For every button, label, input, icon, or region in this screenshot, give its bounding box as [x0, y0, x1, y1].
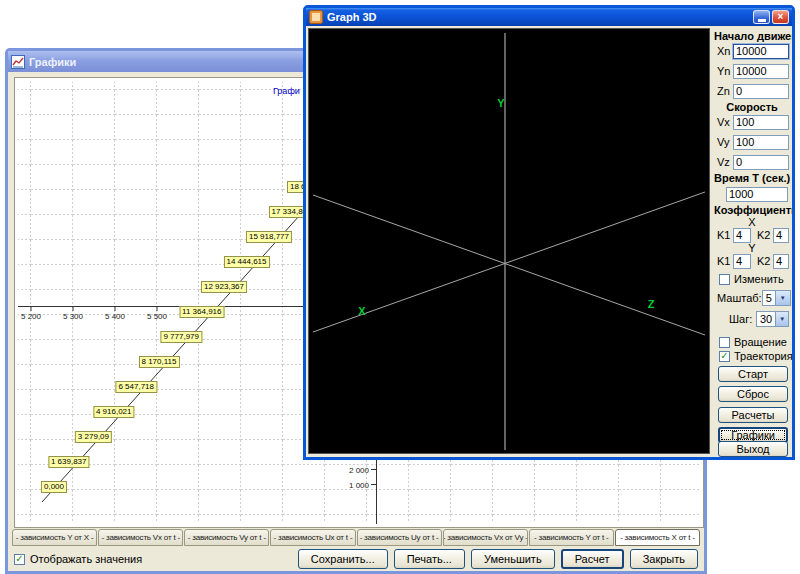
- point-label: 3 279,09: [75, 431, 112, 443]
- plot3d-canvas: Y X Z: [308, 28, 710, 454]
- time-caption: Время Т (сек.): [714, 172, 790, 184]
- coeff-y-k1-field[interactable]: [733, 254, 751, 269]
- vy-row: Vy: [717, 134, 789, 150]
- speed-caption: Скорость: [714, 101, 790, 113]
- vx-row: Vx: [717, 114, 789, 130]
- calculate-button[interactable]: Расчет: [561, 549, 624, 569]
- k1-label: K1: [717, 255, 733, 267]
- change-checkbox-label: Изменить: [734, 273, 784, 285]
- trajectory-checkbox-label: Траектория: [734, 350, 793, 362]
- z-axis-label: Z: [648, 298, 655, 310]
- vx-label: Vx: [717, 116, 733, 128]
- step-row: Шаг: 30 ▼: [717, 311, 789, 327]
- calculations-button[interactable]: Расчеты: [718, 407, 788, 423]
- k1-label: K1: [717, 229, 733, 241]
- chart-tab-6[interactable]: - зависимость Vx от Vy -: [443, 529, 528, 546]
- xn-row: Xn: [717, 43, 789, 59]
- graph3d-window-body: Y X Z Начало движения Xn Yn Zn: [306, 26, 792, 457]
- print-button[interactable]: Печать...: [394, 549, 465, 569]
- step-value: 30: [757, 313, 775, 325]
- zn-field[interactable]: [733, 84, 789, 99]
- vz-field[interactable]: [733, 155, 789, 170]
- coeff-x-row: K1 K2: [717, 227, 789, 243]
- point-label: 11 364,916: [179, 306, 224, 318]
- vy-field[interactable]: [733, 135, 789, 150]
- step-label: Шаг:: [729, 313, 752, 325]
- graph3d-side-panel: Начало движения Xn Yn Zn Скорость Vx: [714, 26, 792, 457]
- desktop: Графики 5 200 5 300 5 400: [0, 0, 800, 574]
- chart-tab-1[interactable]: - зависимость Y от X -: [12, 529, 97, 546]
- graphs-window-icon: [11, 55, 25, 69]
- trajectory-checkbox[interactable]: ✓ Траектория: [719, 350, 793, 362]
- vx-field[interactable]: [733, 115, 789, 130]
- point-label: 6 547,718: [115, 381, 157, 393]
- show-values-checkbox-label: Отображать значения: [30, 553, 142, 565]
- time-field[interactable]: [726, 187, 788, 202]
- point-label: 8 170,115: [139, 356, 180, 368]
- chart-tab-2[interactable]: - зависимость Vx от t -: [98, 529, 183, 546]
- xn-field[interactable]: [733, 44, 789, 59]
- rotation-checkbox[interactable]: ✓ Вращение: [719, 336, 787, 348]
- minimize-button[interactable]: [753, 10, 770, 24]
- point-label: 4 916,021: [93, 406, 135, 418]
- coeff-x-k2-field[interactable]: [773, 228, 789, 243]
- xn-label: Xn: [717, 45, 733, 57]
- exit-button[interactable]: Выход: [718, 441, 788, 457]
- chart-tab-7[interactable]: - зависимость Y от t -: [529, 529, 614, 546]
- vy-label: Vy: [717, 136, 733, 148]
- yn-field[interactable]: [733, 64, 789, 79]
- plot3d-axes: Y X Z: [309, 29, 709, 453]
- rotation-checkbox-box[interactable]: ✓: [719, 337, 730, 348]
- vz-label: Vz: [717, 156, 733, 168]
- rotation-checkbox-label: Вращение: [734, 336, 787, 348]
- k2-label: K2: [757, 255, 773, 267]
- coeff-y-row: K1 K2: [717, 253, 789, 269]
- point-label: 12 923,367: [201, 281, 247, 293]
- show-values-checkbox[interactable]: ✓ Отображать значения: [14, 553, 142, 565]
- close-button[interactable]: Закрыть: [630, 549, 698, 569]
- chart-tab-bar: - зависимость Y от X -- зависимость Vx о…: [12, 529, 700, 546]
- reset-button[interactable]: Сброс: [718, 386, 788, 402]
- minimize-icon: [758, 19, 766, 22]
- scale-row: Маштаб: 5 ▼: [717, 290, 789, 306]
- close-icon[interactable]: ×: [772, 10, 789, 24]
- chart-tab-3[interactable]: - зависимость Vy от t -: [184, 529, 269, 546]
- point-label: 9 777,979: [160, 331, 202, 343]
- chart-tab-8[interactable]: - зависимость X от t -: [615, 529, 700, 546]
- time-row: [717, 186, 789, 202]
- chevron-down-icon[interactable]: ▼: [775, 312, 788, 326]
- start-caption: Начало движения: [714, 30, 790, 42]
- chart-tab-5[interactable]: - зависимость Uy от t -: [357, 529, 442, 546]
- coeff-x-k1-field[interactable]: [733, 228, 751, 243]
- save-button[interactable]: Сохранить...: [298, 549, 388, 569]
- graphs-button-row: Сохранить...Печать...УменьшитьРасчетЗакр…: [298, 549, 698, 569]
- point-label: 0,000: [41, 481, 67, 493]
- start-button[interactable]: Старт: [718, 366, 788, 382]
- yn-row: Yn: [717, 63, 789, 79]
- scale-value: 5: [763, 292, 775, 304]
- coeff-caption: Коэффициенты: [714, 204, 790, 216]
- chevron-down-icon[interactable]: ▼: [775, 291, 790, 305]
- scale-combobox[interactable]: 5 ▼: [762, 290, 791, 306]
- scale-label: Маштаб:: [717, 292, 762, 304]
- y-axis-label: Y: [497, 97, 505, 109]
- change-checkbox[interactable]: ✓ Изменить: [719, 273, 784, 285]
- chart-tab-4[interactable]: - зависимость Ux от t -: [270, 529, 355, 546]
- titlebar-buttons: ×: [753, 10, 789, 24]
- trajectory-checkbox-box[interactable]: ✓: [719, 351, 730, 362]
- zn-label: Zn: [717, 85, 733, 97]
- graphs-bottom-bar: ✓ Отображать значения Сохранить...Печать…: [14, 548, 698, 570]
- graph3d-window-title: Graph 3D: [327, 11, 377, 23]
- graph3d-window-titlebar[interactable]: Graph 3D ×: [306, 8, 792, 26]
- coeff-y-k2-field[interactable]: [773, 254, 789, 269]
- graphs-window-title: Графики: [29, 56, 76, 68]
- show-values-checkbox-box[interactable]: ✓: [14, 554, 25, 565]
- vz-row: Vz: [717, 154, 789, 170]
- point-label: 15 918,777: [246, 231, 292, 243]
- z-axis-line: [313, 195, 705, 335]
- graph3d-window-icon: [309, 10, 323, 24]
- change-checkbox-box[interactable]: ✓: [719, 274, 730, 285]
- point-label: 1 639,837: [48, 456, 90, 468]
- decrease-button[interactable]: Уменьшить: [471, 549, 555, 569]
- step-combobox[interactable]: 30 ▼: [756, 311, 789, 327]
